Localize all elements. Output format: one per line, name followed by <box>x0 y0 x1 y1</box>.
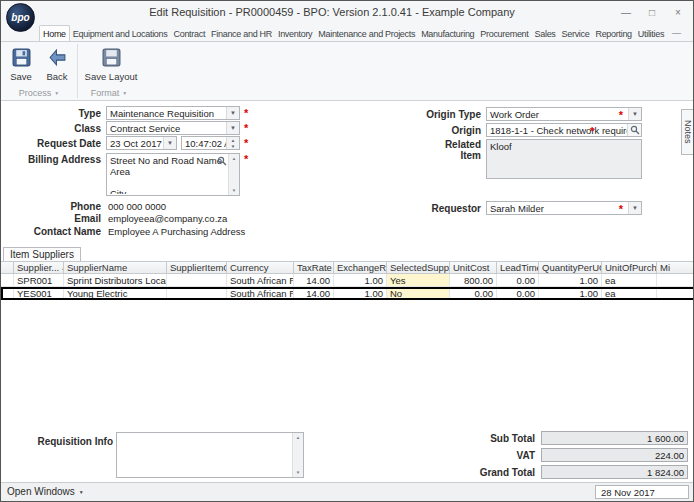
col-exchange-rate[interactable]: ExchangeRate <box>334 261 387 274</box>
chevron-down-icon[interactable]: ▼ <box>122 90 127 96</box>
row-indicator[interactable] <box>1 274 14 287</box>
request-date-input[interactable]: 23 Oct 2017 ▼ <box>106 136 177 150</box>
save-button[interactable]: Save <box>3 44 39 90</box>
minimum-cell[interactable] <box>657 287 694 300</box>
col-minimum[interactable]: Mi <box>657 261 694 274</box>
col-lead-time[interactable]: LeadTime <box>497 261 539 274</box>
chevron-down-icon[interactable]: ▼ <box>54 90 59 96</box>
lead-time-cell[interactable]: 0.00 <box>497 287 539 300</box>
supplier-code-cell[interactable]: SPR001 <box>14 274 64 287</box>
supplier-name-cell[interactable]: Sprint Distributors Local <box>64 274 167 287</box>
required-icon: * <box>244 122 248 134</box>
chevron-down-icon[interactable]: ▼ <box>226 107 239 119</box>
exchange-rate-cell[interactable]: 1.00 <box>334 287 387 300</box>
minimize-icon[interactable]: — <box>613 3 639 21</box>
ribbon-tab-strip: Home Equipment and Locations Contract Fi… <box>1 23 693 42</box>
origin-type-select[interactable]: Work Order * ▼ <box>486 107 642 121</box>
type-value: Maintenance Requisition <box>107 108 226 119</box>
tab-service[interactable]: Service <box>559 26 593 41</box>
currency-cell[interactable]: South African Rand <box>227 287 294 300</box>
col-selected-supplier[interactable]: SelectedSupplier <box>387 261 450 274</box>
col-supplier-name[interactable]: SupplierName <box>64 261 167 274</box>
tab-maintenance-and-projects[interactable]: Maintenance and Projects <box>315 26 418 41</box>
open-windows-button[interactable]: Open Windows ▼ <box>7 486 84 497</box>
requisition-info-scrollbar[interactable]: ▲ ▼ <box>292 433 303 477</box>
tab-manufacturing[interactable]: Manufacturing <box>418 26 477 41</box>
tab-sales[interactable]: Sales <box>532 26 559 41</box>
close-icon[interactable]: × <box>665 3 691 21</box>
open-windows-label: Open Windows <box>7 486 75 497</box>
tab-item-suppliers[interactable]: Item Suppliers <box>3 247 81 261</box>
supplier-code-cell[interactable]: YES001 <box>14 287 64 300</box>
related-item-field[interactable]: Kloof <box>486 139 642 179</box>
scroll-down-icon[interactable]: ▼ <box>296 468 300 477</box>
table-row[interactable]: SPR001 Sprint Distributors Local South A… <box>1 274 694 287</box>
billing-address-scrollbar[interactable]: ▲ ▼ <box>228 154 239 195</box>
unit-cost-cell[interactable]: 0.00 <box>450 287 497 300</box>
grid-header-row: Supplier... ▲ SupplierName SupplierItemC… <box>1 261 694 274</box>
requisition-info-input[interactable]: ▲ ▼ <box>116 432 304 478</box>
type-label: Type <box>1 108 101 119</box>
maximize-icon[interactable]: □ <box>639 3 665 21</box>
tax-rate-cell[interactable]: 14.00 <box>294 274 334 287</box>
lead-time-cell[interactable]: 0.00 <box>497 274 539 287</box>
col-supplier-code[interactable]: Supplier... ▲ <box>14 261 64 274</box>
unit-of-purchase-cell[interactable]: ea <box>602 287 657 300</box>
col-supplier-item-code[interactable]: SupplierItemCode <box>167 261 227 274</box>
unit-cost-cell[interactable]: 800.00 <box>450 274 497 287</box>
save-layout-button[interactable]: Save Layout <box>81 44 141 90</box>
chevron-down-icon[interactable]: ▼ <box>226 122 239 134</box>
search-icon[interactable] <box>217 156 227 168</box>
chevron-down-icon[interactable]: ▼ <box>628 108 641 120</box>
unit-of-purchase-cell[interactable]: ea <box>602 274 657 287</box>
col-quantity-per-uop[interactable]: QuantityPerUOP <box>539 261 602 274</box>
ribbon-minimize-icon[interactable]: — <box>672 28 681 38</box>
chevron-down-icon[interactable]: ▼ <box>628 202 641 214</box>
scroll-up-icon[interactable]: ▲ <box>232 154 236 163</box>
col-unit-cost[interactable]: UnitCost <box>450 261 497 274</box>
request-time-input[interactable]: 10:47:02 AM ▲ ▼ <box>181 136 240 150</box>
back-button[interactable]: Back <box>39 44 75 90</box>
tax-rate-cell[interactable]: 14.00 <box>294 287 334 300</box>
col-currency[interactable]: Currency <box>227 261 294 274</box>
origin-lookup[interactable]: 1818-1-1 - Check network require... * <box>486 123 642 137</box>
supplier-item-code-cell[interactable] <box>167 274 227 287</box>
tab-reporting[interactable]: Reporting <box>592 26 634 41</box>
col-unit-of-purchase[interactable]: UnitOfPurchase <box>602 261 657 274</box>
tab-inventory[interactable]: Inventory <box>275 26 315 41</box>
process-group-label: Process <box>19 88 52 98</box>
row-indicator[interactable] <box>1 287 14 300</box>
scroll-down-icon[interactable]: ▼ <box>232 186 236 195</box>
class-select[interactable]: Contract Service ▼ <box>106 121 240 135</box>
quantity-per-uop-cell[interactable]: 1.00 <box>539 287 602 300</box>
col-tax-rate[interactable]: TaxRate <box>294 261 334 274</box>
notes-side-tab[interactable]: Notes <box>681 109 694 155</box>
currency-cell[interactable]: South African Rand <box>227 274 294 287</box>
exchange-rate-cell[interactable]: 1.00 <box>334 274 387 287</box>
table-row-selected[interactable]: YES001 Young Electric South African Rand… <box>1 287 694 300</box>
tab-utilities[interactable]: Utilities <box>635 26 667 41</box>
requestor-select[interactable]: Sarah Milder * ▼ <box>486 201 642 215</box>
chevron-down-icon[interactable]: ▼ <box>163 137 176 149</box>
billing-address-input[interactable]: Street No and Road Name Area City ▲ ▼ <box>106 153 240 196</box>
tab-home[interactable]: Home <box>39 25 70 42</box>
tab-finance-and-hr[interactable]: Finance and HR <box>208 26 275 41</box>
supplier-item-code-cell[interactable] <box>167 287 227 300</box>
scroll-up-icon[interactable]: ▲ <box>296 433 300 442</box>
selected-supplier-cell[interactable]: No <box>387 287 450 300</box>
selected-supplier-cell[interactable]: Yes <box>387 274 450 287</box>
tab-equipment-and-locations[interactable]: Equipment and Locations <box>70 26 171 41</box>
origin-label: Origin <box>386 125 481 136</box>
type-select[interactable]: Maintenance Requisition ▼ <box>106 106 240 120</box>
minimum-cell[interactable] <box>657 274 694 287</box>
spinner-down-icon[interactable]: ▼ <box>227 143 239 149</box>
search-icon[interactable] <box>627 124 641 136</box>
time-spinner[interactable]: ▲ ▼ <box>226 137 239 149</box>
tab-contract[interactable]: Contract <box>170 26 208 41</box>
window-title: Edit Requisition - PR0000459 - BPO: Vers… <box>61 6 603 18</box>
supplier-name-cell[interactable]: Young Electric <box>64 287 167 300</box>
class-label: Class <box>1 123 101 134</box>
requisition-info-label: Requisition Info <box>9 436 113 447</box>
tab-procurement[interactable]: Procurement <box>477 26 531 41</box>
quantity-per-uop-cell[interactable]: 1.00 <box>539 274 602 287</box>
